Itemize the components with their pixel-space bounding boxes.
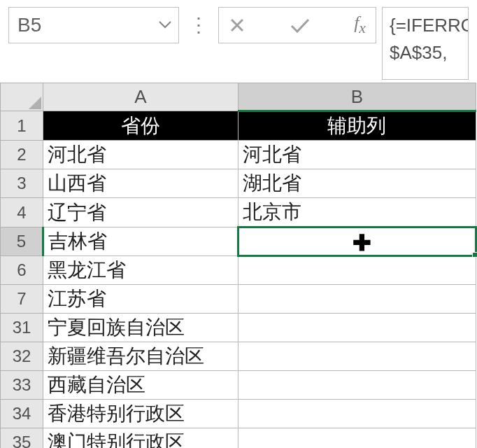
cell[interactable] bbox=[238, 371, 476, 400]
fill-handle[interactable] bbox=[472, 252, 477, 258]
row-header[interactable]: 33 bbox=[1, 371, 43, 400]
cell[interactable] bbox=[238, 285, 476, 314]
row-header[interactable]: 1 bbox=[1, 111, 43, 141]
cell[interactable]: 山西省 bbox=[43, 169, 239, 198]
table-row: 33 西藏自治区 bbox=[1, 371, 476, 400]
table-row: 34 香港特别行政区 bbox=[1, 400, 476, 428]
spreadsheet-grid: A B 1 省份 辅助列 2 河北省 河北省 3 山西省 湖北省 4 辽宁省 北… bbox=[0, 83, 477, 448]
cell[interactable]: 西藏自治区 bbox=[43, 371, 239, 400]
cell[interactable]: 河北省 bbox=[43, 141, 239, 169]
cell[interactable]: 澳门特别行政区 bbox=[43, 428, 239, 449]
cell[interactable]: 湖北省 bbox=[238, 169, 476, 198]
cell[interactable]: 黑龙江省 bbox=[43, 256, 239, 285]
row-header[interactable]: 2 bbox=[1, 141, 43, 169]
enter-icon[interactable] bbox=[290, 17, 311, 34]
cell[interactable]: 香港特别行政区 bbox=[43, 400, 239, 428]
row-header[interactable]: 34 bbox=[1, 400, 43, 428]
table-row: 32 新疆维吾尔自治区 bbox=[1, 342, 476, 371]
table-row: 4 辽宁省 北京市 bbox=[1, 198, 476, 227]
table-row: 7 江苏省 bbox=[1, 285, 476, 314]
name-box[interactable]: B5 bbox=[8, 7, 179, 43]
row-header[interactable]: 5 bbox=[1, 227, 43, 256]
cancel-icon[interactable] bbox=[229, 17, 245, 34]
column-header-A[interactable]: A bbox=[43, 83, 239, 111]
name-box-value: B5 bbox=[17, 14, 41, 36]
cell[interactable] bbox=[238, 256, 476, 285]
table-row: 6 黑龙江省 bbox=[1, 256, 476, 285]
row-header[interactable]: 7 bbox=[1, 285, 43, 314]
table-row: 31 宁夏回族自治区 bbox=[1, 314, 476, 342]
column-header-B[interactable]: B bbox=[238, 83, 476, 111]
table-row: 1 省份 辅助列 bbox=[1, 111, 476, 141]
header-cell-A[interactable]: 省份 bbox=[43, 111, 239, 141]
row-header[interactable]: 4 bbox=[1, 198, 43, 227]
row-header[interactable]: 6 bbox=[1, 256, 43, 285]
row-header[interactable]: 32 bbox=[1, 342, 43, 371]
table-row: 5 吉林省 ✚ bbox=[1, 227, 476, 256]
cell[interactable]: 江苏省 bbox=[43, 285, 239, 314]
table-row: 35 澳门特别行政区 bbox=[1, 428, 476, 449]
dropdown-arrow-icon[interactable] bbox=[159, 19, 171, 31]
cursor-cross-icon: ✚ bbox=[353, 230, 371, 256]
row-header[interactable]: 35 bbox=[1, 428, 43, 449]
cell[interactable]: 新疆维吾尔自治区 bbox=[43, 342, 239, 371]
divider-dots-icon: ⋮ bbox=[185, 7, 213, 43]
cell[interactable]: 北京市 bbox=[238, 198, 476, 227]
formula-controls: fx bbox=[218, 7, 376, 43]
cell[interactable] bbox=[238, 314, 476, 342]
header-cell-B[interactable]: 辅助列 bbox=[238, 111, 476, 141]
cell[interactable]: 河北省 bbox=[238, 141, 476, 169]
cell[interactable] bbox=[238, 428, 476, 449]
selected-cell[interactable]: ✚ bbox=[238, 227, 476, 256]
fx-icon[interactable]: fx bbox=[354, 13, 366, 37]
row-header[interactable]: 3 bbox=[1, 169, 43, 198]
formula-text-line2: $A$35, bbox=[390, 39, 461, 66]
cell[interactable]: 吉林省 bbox=[43, 227, 239, 256]
cell[interactable]: 宁夏回族自治区 bbox=[43, 314, 239, 342]
column-header-row: A B bbox=[1, 83, 476, 111]
row-header[interactable]: 31 bbox=[1, 314, 43, 342]
formula-bar: B5 ⋮ fx {=IFERRO $A$35, bbox=[0, 0, 477, 83]
cell[interactable] bbox=[238, 400, 476, 428]
cell[interactable]: 辽宁省 bbox=[43, 198, 239, 227]
table-row: 3 山西省 湖北省 bbox=[1, 169, 476, 198]
cell[interactable] bbox=[238, 342, 476, 371]
formula-text-line1: {=IFERRO bbox=[390, 12, 461, 39]
formula-input[interactable]: {=IFERRO $A$35, bbox=[382, 7, 469, 80]
select-all-corner[interactable] bbox=[1, 83, 43, 111]
table-row: 2 河北省 河北省 bbox=[1, 141, 476, 169]
